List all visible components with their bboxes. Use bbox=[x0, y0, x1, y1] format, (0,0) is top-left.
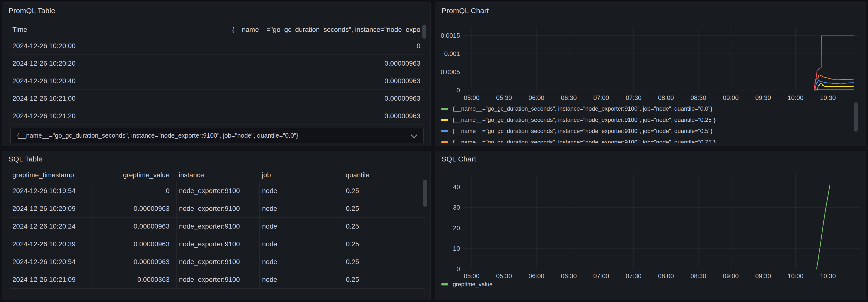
legend-label: {__name__="go_gc_duration_seconds", inst… bbox=[453, 128, 712, 134]
svg-text:07:00: 07:00 bbox=[593, 272, 609, 280]
panel-sql-chart: SQL Chart 05:0005:3006:0006:3007:0007:30… bbox=[435, 151, 866, 300]
svg-text:07:00: 07:00 bbox=[593, 94, 609, 101]
legend-label: greptime_value bbox=[453, 281, 493, 287]
scrollbar-thumb[interactable] bbox=[423, 180, 427, 207]
cell-instance: node_exporter:9100 bbox=[176, 253, 259, 271]
svg-text:40: 40 bbox=[453, 183, 460, 191]
table-row: 2024-12-26 10:20:00 0 bbox=[10, 37, 426, 55]
svg-text:09:30: 09:30 bbox=[755, 94, 771, 101]
cell-value: 0.00000963 bbox=[213, 72, 426, 89]
svg-text:0.0015: 0.0015 bbox=[440, 32, 460, 39]
cell-time: 2024-12-26 10:20:40 bbox=[10, 72, 213, 89]
svg-text:06:00: 06:00 bbox=[528, 272, 544, 280]
cell-job: node bbox=[259, 236, 343, 253]
table-row: 2024-12-26 10:20:24 0.00000963 node_expo… bbox=[10, 218, 426, 236]
column-header-instance[interactable]: instance bbox=[176, 171, 259, 179]
table-row: 2024-12-26 10:21:00 0.00000963 bbox=[10, 90, 426, 107]
scrollbar-thumb[interactable] bbox=[422, 25, 426, 39]
svg-text:07:30: 07:30 bbox=[626, 272, 642, 280]
svg-text:10:00: 10:00 bbox=[787, 272, 803, 280]
cell-job: node bbox=[259, 200, 343, 217]
svg-text:10:30: 10:30 bbox=[820, 272, 836, 280]
svg-text:10:30: 10:30 bbox=[820, 94, 836, 101]
cell-timestamp: 2024-12-26 10:20:24 bbox=[10, 218, 92, 235]
scrollbar-thumb[interactable] bbox=[854, 102, 858, 132]
cell-timestamp: 2024-12-26 10:21:09 bbox=[10, 271, 92, 289]
legend-item[interactable]: {__name__="go_gc_duration_seconds", inst… bbox=[441, 103, 712, 114]
svg-text:08:30: 08:30 bbox=[690, 272, 706, 280]
svg-text:10:00: 10:00 bbox=[787, 94, 803, 101]
sql-chart-plot[interactable]: 05:0005:3006:0006:3007:0007:3008:0008:30… bbox=[435, 151, 866, 300]
panel-title[interactable]: SQL Table bbox=[8, 155, 42, 163]
table-header-row: Time {__name__="go_gc_duration_seconds",… bbox=[10, 22, 426, 37]
legend-item[interactable]: {__name__="go_gc_duration_seconds", inst… bbox=[441, 137, 715, 143]
svg-text:08:00: 08:00 bbox=[658, 94, 674, 101]
cell-value: 0.0000363 bbox=[92, 271, 176, 289]
cell-value: 0.00000963 bbox=[213, 90, 426, 107]
panel-title[interactable]: PromQL Table bbox=[8, 6, 55, 15]
svg-text:0.001: 0.001 bbox=[444, 50, 460, 57]
cell-job: node bbox=[259, 218, 343, 235]
cell-time: 2024-12-26 10:20:20 bbox=[10, 55, 213, 72]
cell-quantile: 0.25 bbox=[343, 236, 426, 253]
cell-timestamp: 2024-12-26 10:20:54 bbox=[10, 253, 92, 271]
column-header-quantile[interactable]: quantile bbox=[343, 171, 426, 179]
column-header-metric[interactable]: {__name__="go_gc_duration_seconds", inst… bbox=[213, 26, 426, 33]
svg-text:06:00: 06:00 bbox=[528, 94, 544, 101]
cell-value: 0.00000963 bbox=[92, 253, 176, 271]
svg-text:0.0005: 0.0005 bbox=[440, 68, 460, 76]
cell-value: 0.00000963 bbox=[213, 55, 426, 72]
series-swatch-icon bbox=[441, 130, 448, 132]
cell-job: node bbox=[259, 271, 343, 289]
series-swatch-icon bbox=[441, 108, 448, 110]
table-row: 2024-12-26 10:19:54 0 node_exporter:9100… bbox=[10, 182, 426, 200]
table-row: 2024-12-26 10:21:09 0.0000363 node_expor… bbox=[10, 271, 426, 289]
svg-text:05:00: 05:00 bbox=[464, 272, 479, 280]
panel-sql-table: SQL Table greptime_timestamp greptime_va… bbox=[2, 151, 431, 300]
series-swatch-icon bbox=[441, 141, 448, 143]
legend-item[interactable]: greptime_value bbox=[441, 279, 852, 290]
series-select-value: {__name__="go_gc_duration_seconds", inst… bbox=[17, 132, 298, 139]
cell-time: 2024-12-26 10:21:00 bbox=[10, 90, 213, 107]
series-select[interactable]: {__name__="go_gc_duration_seconds", inst… bbox=[10, 128, 424, 143]
column-header-job[interactable]: job bbox=[259, 171, 343, 179]
svg-text:07:30: 07:30 bbox=[626, 94, 642, 101]
cell-quantile: 0.25 bbox=[343, 218, 426, 235]
svg-text:0: 0 bbox=[457, 87, 460, 94]
svg-text:05:00: 05:00 bbox=[464, 94, 479, 101]
cell-instance: node_exporter:9100 bbox=[176, 182, 259, 200]
cell-quantile: 0.25 bbox=[343, 253, 426, 271]
series-swatch-icon bbox=[441, 119, 448, 121]
cell-time: 2024-12-26 10:20:00 bbox=[10, 37, 213, 54]
svg-text:06:30: 06:30 bbox=[561, 272, 577, 280]
promql-table: Time {__name__="go_gc_duration_seconds",… bbox=[10, 22, 426, 125]
cell-value: 0 bbox=[213, 37, 426, 54]
legend-item[interactable]: {__name__="go_gc_duration_seconds", inst… bbox=[441, 114, 715, 125]
svg-text:05:30: 05:30 bbox=[496, 94, 512, 101]
cell-timestamp: 2024-12-26 10:20:09 bbox=[10, 200, 92, 217]
legend-item[interactable]: {__name__="go_gc_duration_seconds", inst… bbox=[441, 126, 712, 136]
svg-text:09:30: 09:30 bbox=[755, 272, 771, 280]
cell-quantile: 0.25 bbox=[343, 182, 426, 200]
svg-text:05:30: 05:30 bbox=[496, 272, 512, 280]
table-header-row: greptime_timestamp greptime_value instan… bbox=[10, 168, 426, 182]
table-row: 2024-12-26 10:20:09 0.00000963 node_expo… bbox=[10, 200, 426, 218]
svg-text:08:00: 08:00 bbox=[658, 272, 674, 280]
svg-text:20: 20 bbox=[453, 224, 460, 232]
legend-label: {__name__="go_gc_duration_seconds", inst… bbox=[453, 105, 712, 112]
table-row: 2024-12-26 10:20:40 0.00000963 bbox=[10, 72, 426, 90]
table-row: 2024-12-26 10:20:20 0.00000963 bbox=[10, 55, 426, 72]
cell-value: 0.00000963 bbox=[92, 200, 176, 217]
chart-legend: {__name__="go_gc_duration_seconds", inst… bbox=[441, 103, 852, 143]
cell-value: 0.00000963 bbox=[92, 218, 176, 235]
column-header-greptime-timestamp[interactable]: greptime_timestamp bbox=[10, 171, 92, 179]
cell-job: node bbox=[259, 253, 343, 271]
legend-label: {__name__="go_gc_duration_seconds", inst… bbox=[453, 139, 715, 143]
cell-instance: node_exporter:9100 bbox=[176, 236, 259, 253]
cell-value: 0.00000963 bbox=[92, 236, 176, 253]
series-swatch-icon bbox=[441, 283, 448, 285]
column-header-time[interactable]: Time bbox=[10, 26, 213, 33]
cell-value: 0 bbox=[92, 182, 176, 200]
column-header-greptime-value[interactable]: greptime_value bbox=[92, 171, 176, 179]
svg-text:09:00: 09:00 bbox=[723, 94, 739, 101]
